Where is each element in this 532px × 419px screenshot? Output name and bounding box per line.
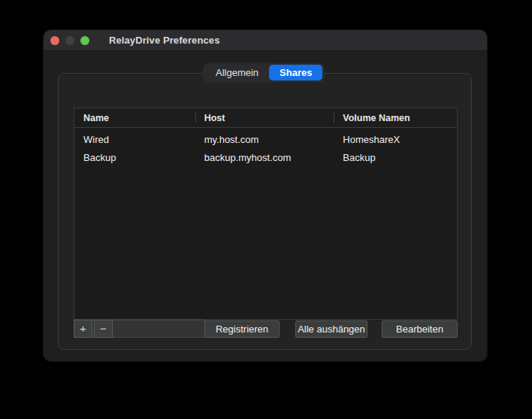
cell-name: Wired [74, 134, 195, 145]
cell-volume: HomeshareX [334, 134, 457, 145]
shares-table: Name Host Volume Namen Wired my.host.com… [74, 108, 458, 320]
table-row[interactable]: Backup backup.myhost.com Backup [74, 148, 457, 166]
titlebar[interactable]: RelayDrive Preferences [44, 30, 487, 51]
tab-allgemein[interactable]: Allgemein [205, 65, 269, 80]
preferences-window: RelayDrive Preferences Allgemein Shares … [44, 30, 487, 361]
edit-button[interactable]: Bearbeiten [382, 320, 458, 338]
cell-host: backup.myhost.com [195, 152, 334, 163]
column-header-host[interactable]: Host [195, 108, 334, 127]
shares-panel: Name Host Volume Namen Wired my.host.com… [58, 73, 472, 350]
minimize-icon [65, 36, 74, 45]
table-header: Name Host Volume Namen [74, 108, 457, 128]
zoom-icon[interactable] [80, 36, 89, 45]
register-button[interactable]: Registrieren [204, 320, 280, 338]
unmount-all-button[interactable]: Alle aushängen [295, 320, 367, 338]
table-body: Wired my.host.com HomeshareX Backup back… [74, 128, 457, 166]
window-title: RelayDrive Preferences [109, 35, 219, 46]
remove-share-button[interactable]: − [94, 320, 113, 338]
column-header-name[interactable]: Name [74, 108, 195, 127]
cell-host: my.host.com [195, 134, 334, 145]
close-icon[interactable] [50, 36, 59, 45]
table-row[interactable]: Wired my.host.com HomeshareX [74, 130, 457, 148]
tab-bar: Allgemein Shares [204, 63, 324, 82]
column-header-volume[interactable]: Volume Namen [334, 108, 457, 127]
cell-name: Backup [74, 152, 195, 163]
add-share-button[interactable]: + [74, 320, 92, 338]
tab-shares[interactable]: Shares [269, 65, 322, 80]
cell-volume: Backup [334, 152, 457, 163]
traffic-lights [50, 36, 89, 45]
